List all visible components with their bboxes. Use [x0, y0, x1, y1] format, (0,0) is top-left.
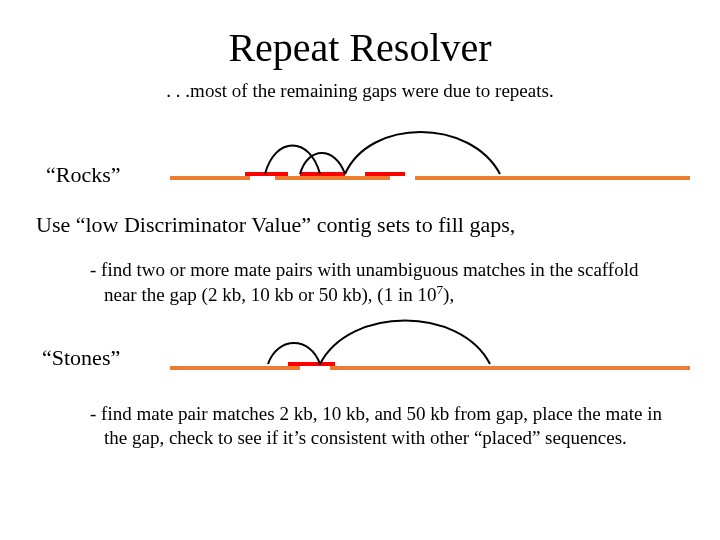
rocks-detail-suffix: ),: [443, 284, 454, 305]
slide: Repeat Resolver . . .most of the remaini…: [0, 0, 720, 540]
stones-diagram: [170, 308, 690, 378]
rocks-detail: - find two or more mate pairs with unamb…: [90, 258, 664, 307]
slide-title: Repeat Resolver: [0, 24, 720, 71]
rocks-label: “Rocks”: [46, 162, 121, 188]
rocks-detail-prefix: - find two or more mate pairs with unamb…: [90, 259, 638, 305]
stones-label: “Stones”: [42, 345, 120, 371]
rocks-use-line: Use “low Discriminator Value” contig set…: [36, 212, 515, 238]
rocks-diagram: [170, 118, 690, 188]
stones-detail: - find mate pair matches 2 kb, 10 kb, an…: [90, 402, 674, 450]
slide-subtitle: . . .most of the remaining gaps were due…: [0, 80, 720, 102]
